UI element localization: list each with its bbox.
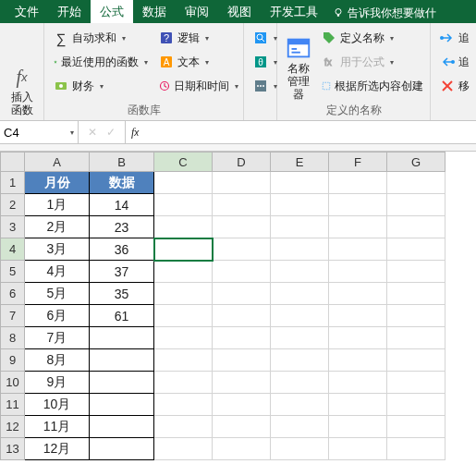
cell-D8[interactable] [213,327,271,349]
cell-G13[interactable] [387,438,445,460]
trace-dependents-button[interactable]: 追 [436,51,473,73]
cell-B11[interactable] [90,394,154,416]
autosum-button[interactable]: ∑ 自动求和▾ [50,27,152,49]
cell-D3[interactable] [213,216,271,238]
lookup-button[interactable]: ▾ [250,27,281,49]
cell-F11[interactable] [329,394,387,416]
column-header-G[interactable]: G [387,153,445,172]
cell-E12[interactable] [271,416,329,438]
column-header-A[interactable]: A [25,153,90,172]
cell-G12[interactable] [387,416,445,438]
tab-formulas[interactable]: 公式 [91,0,133,23]
cell-E5[interactable] [271,261,329,283]
chevron-down-icon[interactable]: ▾ [70,128,74,137]
remove-arrows-button[interactable]: 移 [436,75,473,97]
recent-functions-button[interactable]: 最近使用的函数▾ [50,51,152,73]
row-header-8[interactable]: 8 [1,327,25,349]
cell-G7[interactable] [387,305,445,327]
cell-D9[interactable] [213,349,271,372]
cell-C3[interactable] [154,216,213,238]
cell-F7[interactable] [329,305,387,327]
row-header-1[interactable]: 1 [1,172,25,194]
cell-G4[interactable] [387,238,445,261]
cell-D6[interactable] [213,283,271,305]
column-header-E[interactable]: E [271,153,329,172]
cell-D10[interactable] [213,372,271,394]
cell-C5[interactable] [154,261,213,283]
select-all-corner[interactable] [1,153,25,172]
cell-A9[interactable]: 8月 [25,349,90,372]
cell-F2[interactable] [329,194,387,216]
cell-F4[interactable] [329,238,387,261]
cell-A4[interactable]: 3月 [25,238,90,261]
cell-B12[interactable] [90,416,154,438]
cell-B10[interactable] [90,372,154,394]
row-header-11[interactable]: 11 [1,394,25,416]
name-box-input[interactable] [4,126,55,140]
define-name-button[interactable]: 定义名称▾ [318,27,427,49]
tab-home[interactable]: 开始 [48,0,91,23]
cell-A1[interactable]: 月份 [25,172,90,194]
row-header-3[interactable]: 3 [1,216,25,238]
cell-C11[interactable] [154,394,213,416]
cell-G9[interactable] [387,349,445,372]
row-header-10[interactable]: 10 [1,372,25,394]
cell-E9[interactable] [271,349,329,372]
row-header-6[interactable]: 6 [1,283,25,305]
cell-G10[interactable] [387,372,445,394]
column-header-B[interactable]: B [90,153,154,172]
cell-G6[interactable] [387,283,445,305]
row-header-7[interactable]: 7 [1,305,25,327]
cell-C6[interactable] [154,283,213,305]
cell-D4[interactable] [213,238,271,261]
cell-G8[interactable] [387,327,445,349]
text-button[interactable]: A 文本▾ [155,51,242,73]
cell-F5[interactable] [329,261,387,283]
tab-developer[interactable]: 开发工具 [261,0,327,23]
cell-C1[interactable] [154,172,213,194]
cell-A5[interactable]: 4月 [25,261,90,283]
cell-B3[interactable]: 23 [90,216,154,238]
cell-A12[interactable]: 11月 [25,416,90,438]
cell-D13[interactable] [213,438,271,460]
cell-A10[interactable]: 9月 [25,372,90,394]
insert-function-button[interactable]: fx 插入函数 [6,27,38,116]
cell-B8[interactable] [90,327,154,349]
column-header-D[interactable]: D [213,153,271,172]
cell-E1[interactable] [271,172,329,194]
datetime-button[interactable]: 日期和时间▾ [155,75,242,97]
spreadsheet-grid[interactable]: ABCDEFG1月份数据21月1432月2343月3654月3765月3576月… [0,152,476,460]
cell-F1[interactable] [329,172,387,194]
tab-view[interactable]: 视图 [218,0,261,23]
row-header-12[interactable]: 12 [1,416,25,438]
cell-E7[interactable] [271,305,329,327]
cell-A2[interactable]: 1月 [25,194,90,216]
cell-G5[interactable] [387,261,445,283]
row-header-2[interactable]: 2 [1,194,25,216]
cell-C7[interactable] [154,305,213,327]
cell-F9[interactable] [329,349,387,372]
cell-D5[interactable] [213,261,271,283]
cell-G11[interactable] [387,394,445,416]
cell-A8[interactable]: 7月 [25,327,90,349]
cell-F6[interactable] [329,283,387,305]
cell-F10[interactable] [329,372,387,394]
cell-C10[interactable] [154,372,213,394]
cell-F12[interactable] [329,416,387,438]
column-header-F[interactable]: F [329,153,387,172]
cell-C13[interactable] [154,438,213,460]
name-manager-button[interactable]: 名称 管理器 [283,27,314,101]
cell-E10[interactable] [271,372,329,394]
cell-B2[interactable]: 14 [90,194,154,216]
tab-data[interactable]: 数据 [133,0,176,23]
cell-E2[interactable] [271,194,329,216]
cell-C12[interactable] [154,416,213,438]
cell-E3[interactable] [271,216,329,238]
cell-A3[interactable]: 2月 [25,216,90,238]
name-box[interactable]: ▾ [0,121,79,143]
trace-precedents-button[interactable]: 追 [436,27,473,49]
cell-A7[interactable]: 6月 [25,305,90,327]
row-header-5[interactable]: 5 [1,261,25,283]
cell-B9[interactable] [90,349,154,372]
cell-E6[interactable] [271,283,329,305]
